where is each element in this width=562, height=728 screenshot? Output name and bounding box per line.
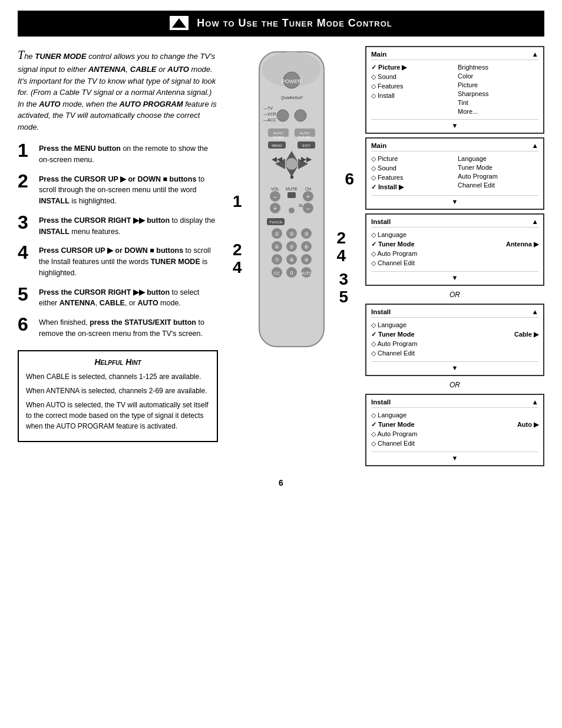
- menu-header-install-c: Install ▲: [371, 308, 538, 318]
- svg-text:—TV: —TV: [263, 106, 273, 110]
- header-title: How to Use the Tuner Mode Control: [197, 17, 392, 29]
- or-label-2: OR: [365, 381, 544, 389]
- step-4-text: Press CURSOR UP ▶ or DOWN ■ buttons to s…: [39, 245, 218, 278]
- remote-svg: POWER QuadraSurf —TV —VCR —ACC AUTO SOUN…: [227, 46, 356, 376]
- remote-label-2a: 2: [233, 241, 242, 259]
- svg-text:SOUND: SOUND: [273, 136, 283, 139]
- menu-screen-install-cable: Install ▲ ◇ Language ✓ Tuner Mode Cable …: [365, 304, 544, 376]
- menu-sub-tunermode: Tuner Mode: [458, 163, 538, 172]
- svg-text:①: ①: [275, 231, 279, 237]
- step-1-number: 1: [18, 141, 34, 160]
- step-1: 1 Press the MENU button on the remote to…: [18, 143, 218, 166]
- menu-screen-main: Main ▲ ✓ Picture ▶ ◇ Sound ◇ Features ◇ …: [365, 46, 544, 134]
- steps-list: 1 Press the MENU button on the remote to…: [18, 143, 218, 340]
- left-column: The TUNER MODE control allows you to cha…: [18, 46, 218, 466]
- install-row-language-c: ◇ Language: [371, 320, 538, 330]
- remote-label-3: 3: [339, 270, 348, 289]
- hint-title: Helpful Hint: [26, 357, 210, 367]
- svg-text:⑨: ⑨: [304, 257, 309, 263]
- step-2: 2 Press the CURSOR UP ▶ or DOWN ■ button…: [18, 174, 218, 207]
- svg-text:⑤: ⑤: [289, 244, 294, 250]
- svg-text:CH: CH: [305, 187, 311, 191]
- menu-title-install-a: Install: [371, 218, 391, 225]
- step-1-text: Press the MENU button on the remote to s…: [39, 143, 218, 166]
- menu-sub-sharpness: Sharpness: [458, 89, 538, 98]
- menu-sub-autoprog: Auto Program: [458, 172, 538, 180]
- center-column: 1 2 4 2 4 6 3 5 POWER QuadraSurf: [224, 46, 359, 466]
- svg-text:0: 0: [290, 270, 293, 276]
- menu-screen-install-auto: Install ▲ ◇ Language ✓ Tuner Mode Auto ▶…: [365, 394, 544, 466]
- install-row-language-au: ◇ Language: [371, 410, 538, 420]
- svg-text:②: ②: [289, 231, 294, 237]
- svg-text:MENU: MENU: [272, 144, 282, 147]
- menu-sub-tint: Tint: [458, 98, 538, 107]
- helpful-hint-box: Helpful Hint When CABLE is selected, cha…: [18, 350, 218, 442]
- step-5-number: 5: [18, 285, 34, 304]
- svg-text:AUTO: AUTO: [300, 271, 312, 275]
- right-column: Main ▲ ✓ Picture ▶ ◇ Sound ◇ Features ◇ …: [365, 46, 544, 466]
- menu-row-features2: ◇ Features: [371, 173, 452, 182]
- intro-text: The TUNER MODE control allows you to cha…: [18, 46, 218, 133]
- step-2-text: Press the CURSOR UP ▶ or DOWN ■ buttons …: [39, 174, 218, 207]
- menu-row-install2: ✓ Install ▶: [371, 182, 452, 192]
- menu-row-picture2: ◇ Picture: [371, 154, 452, 163]
- svg-text:⑦: ⑦: [275, 257, 279, 263]
- menu-title-install-au: Install: [371, 398, 391, 406]
- svg-point-41: [289, 207, 295, 213]
- svg-text:+: +: [273, 205, 277, 212]
- svg-text:④: ④: [275, 244, 279, 250]
- install-row-tuner-a: ✓ Tuner Mode Antenna ▶: [371, 239, 538, 249]
- menu-footer-4: ▼: [371, 361, 538, 371]
- install-row-autoprog-au: ◇ Auto Program: [371, 429, 538, 439]
- svg-point-26: [286, 158, 297, 170]
- step-2-number: 2: [18, 172, 34, 190]
- menu-sub-chanedit: Channel Edit: [458, 180, 538, 189]
- step-6-text: When finished, press the STATUS/EXIT but…: [39, 317, 218, 340]
- install-row-autoprog-c: ◇ Auto Program: [371, 339, 538, 348]
- menu-header-main2: Main ▲: [371, 142, 538, 151]
- menu-footer-5: ▼: [371, 452, 538, 462]
- svg-text:CC: CC: [274, 271, 280, 275]
- svg-point-11: [295, 110, 306, 121]
- step-4-number: 4: [18, 243, 34, 262]
- menu-arrow-up-au: ▲: [532, 398, 538, 406]
- menu-title-main2: Main: [371, 142, 386, 149]
- install-row-chanedit-a: ◇ Channel Edit: [371, 258, 538, 268]
- remote-label-4b: 4: [336, 246, 346, 265]
- svg-text:+: +: [306, 193, 310, 200]
- menu-sub-picture: Picture: [458, 80, 538, 89]
- svg-text:⑧: ⑧: [289, 257, 294, 263]
- install-row-autoprog-a: ◇ Auto Program: [371, 249, 538, 258]
- svg-text:VOL: VOL: [271, 187, 279, 191]
- svg-text:–: –: [273, 193, 277, 200]
- step-3-number: 3: [18, 213, 34, 232]
- menu-row-sound2: ◇ Sound: [371, 163, 452, 173]
- svg-text:PICTURE: PICTURE: [298, 136, 312, 139]
- menu-row-install: ◇ Install: [371, 91, 452, 100]
- menu-footer-2: ▼: [371, 195, 538, 205]
- step-5: 5 Press the CURSOR RIGHT ▶▶ button to se…: [18, 287, 218, 309]
- menu-title-install-c: Install: [371, 308, 391, 315]
- svg-text:EXIT: EXIT: [302, 144, 310, 147]
- menu-arrow-up-c: ▲: [532, 308, 538, 315]
- svg-text:AUTO: AUTO: [300, 131, 310, 135]
- svg-point-10: [277, 110, 289, 121]
- svg-text:AUTO: AUTO: [273, 131, 283, 135]
- menu-sub-color: Color: [458, 71, 538, 80]
- menu-sub-brightness: Brightness: [458, 62, 538, 71]
- menu-screen-main-install: Main ▲ ◇ Picture ◇ Sound ◇ Features ✓ In…: [365, 137, 544, 210]
- svg-text:◀◀: ◀◀: [272, 155, 283, 163]
- hint-text: When CABLE is selected, channels 1-125 a…: [26, 371, 210, 431]
- or-label-1: OR: [365, 291, 544, 299]
- remote-label-4: 4: [233, 258, 242, 277]
- remote-label-2b: 2: [336, 229, 346, 248]
- remote-label-5: 5: [339, 288, 348, 307]
- menu-row-features: ◇ Features: [371, 81, 452, 91]
- page-header: How to Use the Tuner Mode Control: [18, 11, 544, 37]
- step-6: 6 When finished, press the STATUS/EXIT b…: [18, 317, 218, 340]
- svg-text:③: ③: [304, 231, 309, 237]
- svg-text:–: –: [306, 205, 310, 212]
- menu-screen-install-antenna: Install ▲ ◇ Language ✓ Tuner Mode Antenn…: [365, 213, 544, 286]
- svg-text:⑥: ⑥: [304, 244, 309, 250]
- remote-control: 1 2 4 2 4 6 3 5 POWER QuadraSurf: [227, 46, 356, 378]
